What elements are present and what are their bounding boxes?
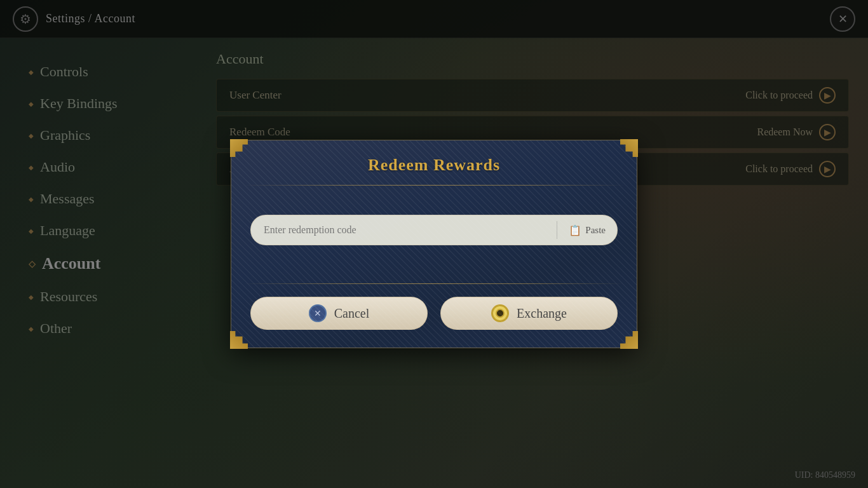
paste-button[interactable]: 📋 Paste <box>562 220 612 240</box>
modal-header: Redeem Rewards <box>231 140 637 175</box>
redemption-code-input[interactable] <box>264 224 552 236</box>
cancel-button[interactable]: ✕ Cancel <box>250 297 428 330</box>
exchange-label: Exchange <box>517 306 567 321</box>
modal-header-divider <box>244 185 624 186</box>
modal-body: 📋 Paste <box>231 196 637 277</box>
modal-buttons: ✕ Cancel Exchange <box>231 297 637 348</box>
modal-footer-divider <box>244 283 624 284</box>
input-divider <box>557 221 557 239</box>
cancel-icon: ✕ <box>309 304 327 322</box>
exchange-button[interactable]: Exchange <box>440 297 618 330</box>
exchange-icon <box>491 304 509 322</box>
cancel-label: Cancel <box>334 306 370 321</box>
paste-label: Paste <box>585 225 606 236</box>
redemption-input-wrapper[interactable]: 📋 Paste <box>250 215 618 245</box>
modal-overlay: Redeem Rewards 📋 Paste ✕ Cancel <box>0 0 868 488</box>
paste-icon: 📋 <box>569 224 581 236</box>
redeem-rewards-modal: Redeem Rewards 📋 Paste ✕ Cancel <box>231 140 637 348</box>
modal-title: Redeem Rewards <box>250 156 618 175</box>
